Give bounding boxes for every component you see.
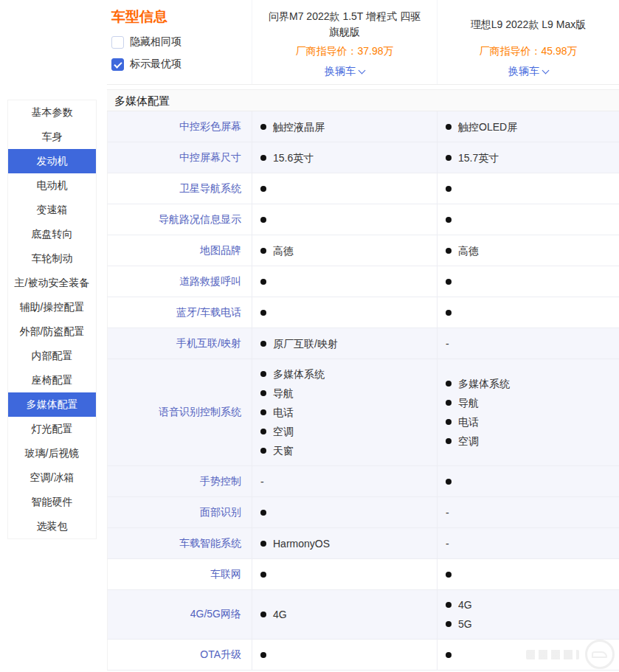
car2-price: 厂商指导价：45.98万 <box>438 45 619 58</box>
row-label[interactable]: 中控彩色屏幕 <box>108 111 252 142</box>
value-text: 4G <box>273 605 287 624</box>
value-text: 5G <box>458 614 472 634</box>
row-label[interactable]: 导航路况信息显示 <box>108 204 252 235</box>
sidebar-item-智能硬件[interactable]: 智能硬件 <box>8 490 96 514</box>
model-info-title: 车型信息 <box>111 7 252 27</box>
value-cell: 4G <box>252 590 437 639</box>
value-line <box>446 217 613 223</box>
value-text: 空调 <box>458 432 479 451</box>
row-label[interactable]: 面部识别 <box>108 497 252 527</box>
sidebar-item-底盘转向[interactable]: 底盘转向 <box>8 222 96 246</box>
sidebar-item-座椅配置[interactable]: 座椅配置 <box>8 368 96 392</box>
row-label[interactable]: 中控屏幕尺寸 <box>108 142 252 173</box>
row-label[interactable]: 车载智能系统 <box>108 528 252 558</box>
equipped-dot-icon <box>260 124 266 130</box>
table-row: 手机互联/映射原厂互联/映射- <box>107 328 619 359</box>
value-line <box>446 279 613 285</box>
sidebar-item-灯光配置[interactable]: 灯光配置 <box>8 417 96 441</box>
sidebar-item-外部/防盗配置[interactable]: 外部/防盗配置 <box>8 319 96 344</box>
value-cell <box>437 266 619 297</box>
car2-change-car-label: 换辆车 <box>508 65 539 77</box>
car2-name: 理想L9 2022款 L9 Max版 <box>438 7 619 41</box>
mark-best-option: 标示最优项 <box>111 58 252 71</box>
hide-same-checkbox[interactable] <box>111 36 124 49</box>
table-row: 车联网 <box>107 559 619 590</box>
equipped-dot-icon <box>260 448 266 454</box>
sidebar-item-内部配置[interactable]: 内部配置 <box>8 344 96 368</box>
row-label[interactable]: 道路救援呼叫 <box>108 266 252 297</box>
equipped-dot-icon <box>446 279 452 285</box>
equipped-dot-icon <box>260 541 266 547</box>
sidebar-item-变速箱[interactable]: 变速箱 <box>8 198 96 222</box>
value-cell <box>252 559 437 589</box>
equipped-dot-icon <box>446 400 452 406</box>
car2-change-car-link[interactable]: 换辆车 <box>438 65 619 78</box>
row-label[interactable]: 地图品牌 <box>108 235 252 266</box>
equipped-dot-icon <box>260 371 266 377</box>
car1-change-car-label: 换辆车 <box>325 65 356 77</box>
value-text: 15.7英寸 <box>458 148 499 167</box>
equipped-dot-icon <box>260 510 266 516</box>
value-cell: 高德 <box>437 235 619 266</box>
row-label[interactable]: 蓝牙/车载电话 <box>108 297 252 328</box>
row-label[interactable]: 手势控制 <box>108 466 252 496</box>
row-label[interactable]: OTA升级 <box>108 640 252 670</box>
value-cell: 15.7英寸 <box>437 142 619 173</box>
row-label[interactable]: 4G/5G网络 <box>108 590 252 639</box>
value-line <box>260 217 431 223</box>
sidebar-item-电动机[interactable]: 电动机 <box>8 173 96 198</box>
table-row: 车载智能系统HarmonyOS- <box>107 528 619 559</box>
equipped-dot-icon <box>260 652 266 658</box>
sidebar-item-选装包[interactable]: 选装包 <box>8 514 96 538</box>
value-line: 高德 <box>446 241 613 260</box>
table-row: 卫星导航系统 <box>107 173 619 204</box>
value-cell: 多媒体系统导航电话空调天窗 <box>252 359 437 465</box>
value-text: - <box>446 334 449 353</box>
sidebar-item-多媒体配置[interactable]: 多媒体配置 <box>8 392 96 417</box>
equipped-dot-icon <box>446 217 452 223</box>
section-header: 多媒体配置 <box>107 89 619 111</box>
equipped-dot-icon <box>260 429 266 434</box>
sidebar-item-玻璃/后视镜[interactable]: 玻璃/后视镜 <box>8 441 96 465</box>
row-label[interactable]: 车联网 <box>108 559 252 589</box>
value-cell: - <box>437 328 619 358</box>
sidebar-item-车身[interactable]: 车身 <box>8 125 96 149</box>
value-line <box>260 572 431 578</box>
value-cell <box>437 204 619 235</box>
table-row: 中控屏幕尺寸15.6英寸15.7英寸 <box>107 142 619 173</box>
car-compare-page: 基本参数车身发动机电动机变速箱底盘转向车轮制动主/被动安全装备辅助/操控配置外部… <box>0 0 619 672</box>
car1-change-car-link[interactable]: 换辆车 <box>252 65 437 78</box>
chevron-down-icon <box>542 67 550 75</box>
sidebar-item-空调/冰箱[interactable]: 空调/冰箱 <box>8 465 96 490</box>
equipped-dot-icon <box>446 155 452 161</box>
value-cell: 15.6英寸 <box>252 142 437 173</box>
row-label[interactable]: 语音识别控制系统 <box>108 359 252 465</box>
value-text: 触控OLED屏 <box>458 117 517 136</box>
value-text: 原厂互联/映射 <box>273 334 338 353</box>
value-line: - <box>446 503 613 522</box>
sidebar-item-基本参数[interactable]: 基本参数 <box>8 100 96 125</box>
sidebar-item-主/被动安全装备[interactable]: 主/被动安全装备 <box>8 271 96 295</box>
value-cell <box>252 497 437 527</box>
sidebar-item-辅助/操控配置[interactable]: 辅助/操控配置 <box>8 295 96 319</box>
car1-name: 问界M7 2022款 1.5T 增程式 四驱 旗舰版 <box>252 7 437 41</box>
row-label[interactable]: 卫星导航系统 <box>108 173 252 204</box>
row-label[interactable]: 手机互联/映射 <box>108 328 252 358</box>
value-line: - <box>260 472 431 491</box>
value-line <box>260 652 431 658</box>
value-text: 导航 <box>273 384 294 403</box>
equipped-dot-icon <box>260 310 266 316</box>
value-cell <box>252 204 437 235</box>
sidebar-item-车轮制动[interactable]: 车轮制动 <box>8 246 96 271</box>
compare-header: 车型信息 隐藏相同项 标示最优项 问界M7 2022款 1.5T 增程式 四驱 … <box>107 0 619 85</box>
value-cell <box>437 640 619 670</box>
value-line: 触控液晶屏 <box>260 117 431 136</box>
value-line <box>446 186 613 192</box>
equipped-dot-icon <box>446 479 452 485</box>
chevron-down-icon <box>359 67 366 75</box>
equipped-dot-icon <box>446 381 452 387</box>
sidebar-item-发动机[interactable]: 发动机 <box>8 149 96 173</box>
value-cell: HarmonyOS <box>252 528 437 558</box>
equipped-dot-icon <box>260 217 266 223</box>
mark-best-checkbox[interactable] <box>111 58 124 71</box>
